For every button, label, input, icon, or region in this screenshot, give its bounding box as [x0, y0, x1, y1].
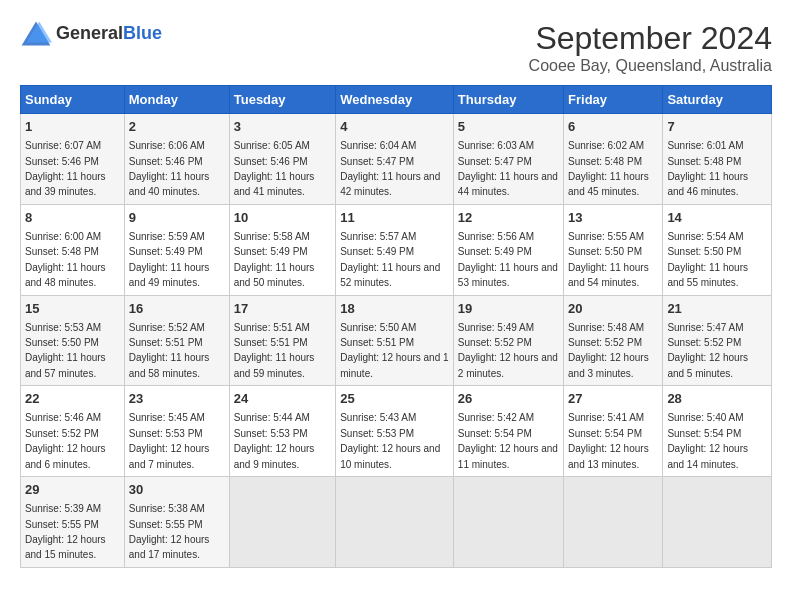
table-row	[453, 477, 563, 568]
table-row: 26Sunrise: 5:42 AMSunset: 5:54 PMDayligh…	[453, 386, 563, 477]
table-row: 28Sunrise: 5:40 AMSunset: 5:54 PMDayligh…	[663, 386, 772, 477]
table-row: 11Sunrise: 5:57 AMSunset: 5:49 PMDayligh…	[336, 204, 454, 295]
logo-icon	[20, 20, 52, 48]
table-row: 19Sunrise: 5:49 AMSunset: 5:52 PMDayligh…	[453, 295, 563, 386]
col-friday: Friday	[564, 86, 663, 114]
table-row: 7Sunrise: 6:01 AMSunset: 5:48 PMDaylight…	[663, 114, 772, 205]
table-row: 25Sunrise: 5:43 AMSunset: 5:53 PMDayligh…	[336, 386, 454, 477]
table-row	[229, 477, 335, 568]
table-row: 3Sunrise: 6:05 AMSunset: 5:46 PMDaylight…	[229, 114, 335, 205]
logo: GeneralBlue	[20, 20, 162, 48]
logo-text: GeneralBlue	[56, 24, 162, 44]
table-row: 2Sunrise: 6:06 AMSunset: 5:46 PMDaylight…	[124, 114, 229, 205]
table-row: 22Sunrise: 5:46 AMSunset: 5:52 PMDayligh…	[21, 386, 125, 477]
header-row: Sunday Monday Tuesday Wednesday Thursday…	[21, 86, 772, 114]
title-block: September 2024 Cooee Bay, Queensland, Au…	[529, 20, 772, 75]
table-row: 5Sunrise: 6:03 AMSunset: 5:47 PMDaylight…	[453, 114, 563, 205]
table-row: 12Sunrise: 5:56 AMSunset: 5:49 PMDayligh…	[453, 204, 563, 295]
col-sunday: Sunday	[21, 86, 125, 114]
table-row: 8Sunrise: 6:00 AMSunset: 5:48 PMDaylight…	[21, 204, 125, 295]
page-header: GeneralBlue September 2024 Cooee Bay, Qu…	[20, 20, 772, 75]
table-row: 27Sunrise: 5:41 AMSunset: 5:54 PMDayligh…	[564, 386, 663, 477]
table-row: 1Sunrise: 6:07 AMSunset: 5:46 PMDaylight…	[21, 114, 125, 205]
table-row: 29Sunrise: 5:39 AMSunset: 5:55 PMDayligh…	[21, 477, 125, 568]
calendar-table: Sunday Monday Tuesday Wednesday Thursday…	[20, 85, 772, 568]
table-row: 16Sunrise: 5:52 AMSunset: 5:51 PMDayligh…	[124, 295, 229, 386]
table-row: 30Sunrise: 5:38 AMSunset: 5:55 PMDayligh…	[124, 477, 229, 568]
table-row: 10Sunrise: 5:58 AMSunset: 5:49 PMDayligh…	[229, 204, 335, 295]
table-row: 20Sunrise: 5:48 AMSunset: 5:52 PMDayligh…	[564, 295, 663, 386]
logo-blue: Blue	[123, 23, 162, 43]
table-row	[336, 477, 454, 568]
table-row: 9Sunrise: 5:59 AMSunset: 5:49 PMDaylight…	[124, 204, 229, 295]
col-monday: Monday	[124, 86, 229, 114]
table-row: 24Sunrise: 5:44 AMSunset: 5:53 PMDayligh…	[229, 386, 335, 477]
table-row: 6Sunrise: 6:02 AMSunset: 5:48 PMDaylight…	[564, 114, 663, 205]
col-thursday: Thursday	[453, 86, 563, 114]
table-row: 15Sunrise: 5:53 AMSunset: 5:50 PMDayligh…	[21, 295, 125, 386]
table-row: 21Sunrise: 5:47 AMSunset: 5:52 PMDayligh…	[663, 295, 772, 386]
subtitle: Cooee Bay, Queensland, Australia	[529, 57, 772, 75]
table-row: 17Sunrise: 5:51 AMSunset: 5:51 PMDayligh…	[229, 295, 335, 386]
table-row: 14Sunrise: 5:54 AMSunset: 5:50 PMDayligh…	[663, 204, 772, 295]
table-row	[663, 477, 772, 568]
col-wednesday: Wednesday	[336, 86, 454, 114]
table-row: 4Sunrise: 6:04 AMSunset: 5:47 PMDaylight…	[336, 114, 454, 205]
main-title: September 2024	[529, 20, 772, 57]
col-saturday: Saturday	[663, 86, 772, 114]
col-tuesday: Tuesday	[229, 86, 335, 114]
table-row: 18Sunrise: 5:50 AMSunset: 5:51 PMDayligh…	[336, 295, 454, 386]
table-row	[564, 477, 663, 568]
table-row: 13Sunrise: 5:55 AMSunset: 5:50 PMDayligh…	[564, 204, 663, 295]
logo-general: General	[56, 23, 123, 43]
table-row: 23Sunrise: 5:45 AMSunset: 5:53 PMDayligh…	[124, 386, 229, 477]
